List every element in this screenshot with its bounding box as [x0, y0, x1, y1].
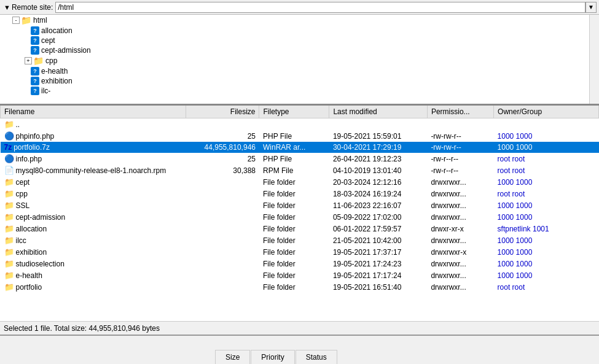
cell-lastmod: 19-05-2021 17:37:17	[329, 246, 427, 258]
file-table-area: Filename Filesize Filetype Last modified…	[0, 106, 599, 335]
cell-lastmod: 11-06-2023 22:16:07	[329, 199, 427, 211]
tree-item-html[interactable]: - 📁 html	[0, 15, 589, 26]
cell-filename: 📄mysql80-community-release-el8-1.noarch.…	[1, 165, 186, 176]
status-text: Selected 1 file. Total size: 44,955,810,…	[4, 324, 160, 333]
question-badge: ?	[31, 67, 39, 76]
table-row[interactable]: 📁cept File folder 20-03-2024 12:12:16 dr…	[1, 176, 599, 188]
table-row[interactable]: 📁cept-admission File folder 05-09-2022 1…	[1, 211, 599, 223]
file-type-icon: 📁	[4, 120, 14, 129]
cell-permissions: drwxrwxr...	[427, 176, 493, 188]
col-owner[interactable]: Owner/Group	[494, 106, 599, 118]
cell-permissions: drwxrwxr-x	[427, 246, 493, 258]
table-row[interactable]: 📁exhibition File folder 19-05-2021 17:37…	[1, 246, 599, 258]
cell-filesize	[186, 118, 259, 131]
tab-status[interactable]: Status	[296, 350, 337, 364]
tree-item-cpp[interactable]: + 📁 cpp	[0, 55, 589, 66]
col-filesize[interactable]: Filesize	[186, 106, 259, 118]
cell-filetype: PHP File	[259, 130, 329, 142]
col-filename[interactable]: Filename	[1, 106, 186, 118]
cell-lastmod: 04-10-2019 13:01:40	[329, 165, 427, 176]
table-row[interactable]: 🔵phpinfo.php 25 PHP File 19-05-2021 15:5…	[1, 130, 599, 142]
cell-owner: sftpnetlink 1001	[494, 223, 599, 234]
cell-filename: 📁..	[1, 118, 186, 131]
tree-item-cept[interactable]: ? cept	[0, 36, 589, 45]
file-type-icon: 📁	[4, 248, 14, 257]
cell-filetype: WinRAR ar...	[259, 142, 329, 153]
cell-lastmod: 06-01-2022 17:59:57	[329, 223, 427, 234]
tab-size[interactable]: Size	[215, 350, 250, 364]
cell-permissions: drwxrwxr...	[427, 258, 493, 269]
cell-filename: 7zportfolio.7z	[1, 142, 186, 153]
cell-filename: 📁cept-admission	[1, 211, 186, 223]
cell-permissions: drwxrwxr...	[427, 188, 493, 199]
table-row[interactable]: 📁cpp File folder 18-03-2024 16:19:24 drw…	[1, 188, 599, 199]
tree-item-exhibition[interactable]: ? exhibition	[0, 76, 589, 86]
cell-lastmod: 21-05-2021 10:42:00	[329, 234, 427, 246]
cell-filename: 📁allocation	[1, 223, 186, 234]
tree-item-label: e-health	[41, 67, 68, 76]
table-row[interactable]: 7zportfolio.7z 44,955,810,946 WinRAR ar.…	[1, 142, 599, 153]
cell-lastmod: 19-05-2021 17:17:24	[329, 269, 427, 281]
file-type-icon: 📁	[4, 236, 14, 245]
file-type-icon: 📁	[4, 225, 14, 233]
collapse-btn[interactable]: ▼	[2, 4, 12, 11]
cell-filename: 📁SSL	[1, 199, 186, 211]
cell-filename: 📁studioselection	[1, 258, 186, 269]
tree-item-e-health[interactable]: ? e-health	[0, 66, 589, 76]
cell-owner: 1000 1000	[494, 269, 599, 281]
file-type-icon: 7z	[4, 143, 12, 152]
scrollbar-right[interactable]	[589, 15, 599, 104]
question-badge: ?	[31, 46, 39, 55]
cell-lastmod: 18-03-2024 16:19:24	[329, 188, 427, 199]
tree-item-label: ilc-	[41, 87, 50, 95]
cell-permissions: drwxrwxr...	[427, 269, 493, 281]
cell-filesize: 25	[186, 130, 259, 142]
table-row[interactable]: 📄mysql80-community-release-el8-1.noarch.…	[1, 165, 599, 176]
table-row[interactable]: 📁..	[1, 118, 599, 131]
col-filetype[interactable]: Filetype	[259, 106, 329, 118]
file-type-icon: 📁	[4, 178, 14, 187]
table-row[interactable]: 📁portfolio File folder 19-05-2021 16:51:…	[1, 281, 599, 293]
table-row[interactable]: 📁allocation File folder 06-01-2022 17:59…	[1, 223, 599, 234]
cell-permissions: drwxrwxr...	[427, 199, 493, 211]
cell-owner	[494, 118, 599, 131]
tree-item-allocation[interactable]: ? allocation	[0, 26, 589, 36]
tree-item-label: html	[33, 16, 47, 25]
tab-priority[interactable]: Priority	[251, 350, 294, 364]
file-type-icon: 📄	[4, 166, 14, 175]
cell-filetype: File folder	[259, 234, 329, 246]
cell-filesize: 44,955,810,946	[186, 142, 259, 153]
table-row[interactable]: 📁studioselection File folder 19-05-2021 …	[1, 258, 599, 269]
cell-owner: root root	[494, 153, 599, 165]
cell-owner: 1000 1000	[494, 258, 599, 269]
tree-item-cept-admission[interactable]: ? cept-admission	[0, 45, 589, 55]
cell-filesize	[186, 223, 259, 234]
question-badge: ?	[31, 26, 39, 35]
col-lastmod[interactable]: Last modified	[329, 106, 427, 118]
cell-filename: 📁cpp	[1, 188, 186, 199]
col-permissions[interactable]: Permissio...	[427, 106, 493, 118]
cell-filesize: 25	[186, 153, 259, 165]
question-badge: ?	[31, 36, 39, 45]
cell-permissions: drwxrwxr...	[427, 234, 493, 246]
table-row[interactable]: 📁SSL File folder 11-06-2023 22:16:07 drw…	[1, 199, 599, 211]
cell-filesize	[186, 188, 259, 199]
cell-owner: 1000 1000	[494, 142, 599, 153]
file-type-icon: 📁	[4, 283, 14, 292]
table-row[interactable]: 📁ilcc File folder 21-05-2021 10:42:00 dr…	[1, 234, 599, 246]
remote-site-dropdown[interactable]: ▼	[585, 2, 597, 13]
cell-filetype: File folder	[259, 188, 329, 199]
cell-owner: 1000 1000	[494, 246, 599, 258]
cell-filetype: File folder	[259, 246, 329, 258]
tree-panel: - 📁 html ? allocation ? cept ? cept-admi…	[0, 15, 599, 106]
cell-lastmod: 19-05-2021 17:24:23	[329, 258, 427, 269]
file-table-wrapper: Filename Filesize Filetype Last modified…	[0, 106, 599, 321]
table-row[interactable]: 📁e-health File folder 19-05-2021 17:17:2…	[1, 269, 599, 281]
table-row[interactable]: 🔵info.php 25 PHP File 26-04-2021 19:12:2…	[1, 153, 599, 165]
file-type-icon: 📁	[4, 260, 14, 268]
tree-item-ilc[interactable]: ? ilc-	[0, 86, 589, 96]
cell-filetype: File folder	[259, 281, 329, 293]
cell-owner: 1000 1000	[494, 176, 599, 188]
question-badge: ?	[31, 87, 39, 95]
remote-site-input[interactable]	[55, 2, 585, 13]
